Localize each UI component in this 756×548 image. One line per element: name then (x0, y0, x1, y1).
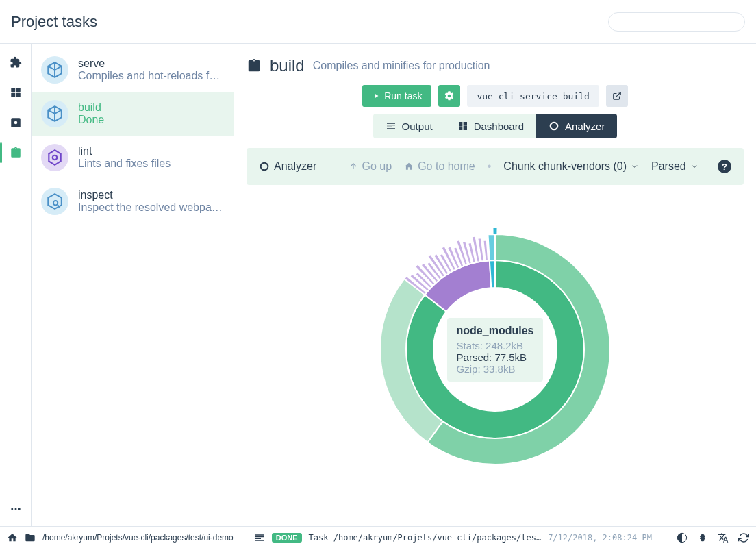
tab-dashboard-label: Dashboard (474, 121, 524, 132)
task-name: inspect (78, 189, 224, 201)
analyzer-chart[interactable]: node_modules Stats: 248.2kB Parsed: 77.5… (247, 185, 744, 514)
view-tabs: Output Dashboard Analyzer (373, 114, 618, 138)
translate-icon[interactable] (718, 532, 729, 543)
svg-rect-18 (463, 125, 466, 130)
footer-time: 7/12/2018, 2:08:24 PM (548, 533, 652, 543)
svg-point-9 (14, 508, 16, 510)
help-button[interactable]: ? (718, 160, 731, 173)
svg-marker-11 (49, 150, 60, 165)
run-task-label: Run task (384, 90, 422, 101)
status-bar: /home/akryum/Projets/vue-cli/packages/te… (0, 526, 756, 548)
rail-more-icon[interactable] (8, 501, 23, 516)
tab-analyzer-label: Analyzer (565, 121, 605, 132)
clipboard-icon (247, 58, 262, 73)
sidebar-rail (0, 44, 32, 526)
tooltip-parsed: Parsed: 77.5kB (457, 351, 534, 363)
open-external-button[interactable] (606, 85, 628, 107)
svg-rect-2 (11, 88, 15, 92)
refresh-icon[interactable] (738, 532, 749, 543)
analyzer-toolbar: Analyzer Go up Go to home • Chunk chunk-… (247, 148, 744, 185)
main-panel: build Compiles and minifies for producti… (234, 44, 756, 526)
chunk-selector[interactable]: Chunk chunk-vendors (0) (503, 160, 639, 173)
bug-icon[interactable] (697, 532, 708, 543)
task-settings-button[interactable] (438, 85, 460, 107)
task-icon (41, 100, 68, 127)
svg-rect-5 (16, 93, 20, 97)
task-desc: Inspect the resolved webpac… (78, 201, 224, 214)
tooltip-stats: Stats: 248.2kB (457, 340, 534, 351)
home-icon[interactable] (7, 532, 18, 543)
chevron-down-icon (631, 162, 639, 171)
task-name: serve (78, 58, 224, 70)
svg-point-13 (53, 201, 58, 206)
task-name: build (78, 101, 104, 114)
tab-output[interactable]: Output (373, 114, 445, 138)
svg-line-15 (616, 92, 620, 97)
svg-point-20 (551, 123, 558, 130)
svg-rect-16 (459, 122, 462, 127)
tab-dashboard[interactable]: Dashboard (445, 114, 536, 138)
task-icon (41, 144, 68, 171)
task-subtitle: Compiles and minifies for production (313, 60, 490, 72)
run-task-button[interactable]: Run task (362, 85, 431, 107)
svg-rect-17 (463, 122, 466, 125)
task-list: serve Compiles and hot-reloads fo… build… (32, 44, 234, 526)
search-input[interactable] (608, 12, 745, 32)
mode-selector[interactable]: Parsed (651, 160, 698, 173)
task-icon (41, 56, 68, 84)
go-up-button[interactable]: Go up (349, 160, 392, 173)
task-command[interactable]: vue-cli-service build (467, 85, 598, 107)
task-item-lint[interactable]: lint Lints and fixes files (32, 136, 234, 179)
tab-analyzer[interactable]: Analyzer (536, 114, 617, 138)
log-icon[interactable] (254, 532, 265, 543)
tab-output-label: Output (402, 121, 433, 132)
svg-rect-3 (16, 88, 20, 92)
chunk-label: Chunk chunk-vendors (0) (503, 160, 627, 173)
go-home-label: Go to home (418, 160, 475, 173)
header: Project tasks (0, 0, 756, 44)
separator: • (488, 160, 492, 173)
task-icon (41, 188, 68, 215)
footer-path[interactable]: /home/akryum/Projets/vue-cli/packages/te… (42, 533, 234, 543)
svg-point-12 (53, 155, 58, 160)
chevron-down-icon (690, 162, 698, 171)
donut-icon (259, 161, 270, 172)
task-desc: Lints and fixes files (78, 158, 171, 170)
folder-icon[interactable] (25, 532, 36, 543)
task-item-build[interactable]: build Done (32, 92, 234, 136)
footer-task: Task /home/akryum/Projets/vue-cli/packag… (309, 533, 542, 543)
page-title: Project tasks (11, 13, 97, 31)
tooltip-gzip: Gzip: 33.8kB (457, 363, 534, 375)
rail-tasks-icon[interactable] (8, 145, 23, 160)
go-up-label: Go up (362, 160, 392, 173)
go-home-button[interactable]: Go to home (404, 160, 475, 173)
theme-icon[interactable] (677, 532, 688, 543)
svg-point-7 (14, 121, 17, 125)
status-badge: DONE (272, 533, 302, 543)
task-name: lint (78, 145, 171, 158)
svg-point-8 (11, 508, 13, 510)
svg-point-10 (18, 508, 20, 510)
rail-plugins-icon[interactable] (8, 55, 23, 70)
svg-rect-4 (11, 93, 15, 97)
svg-rect-19 (459, 127, 462, 130)
rail-config-icon[interactable] (8, 115, 23, 130)
analyzer-title: Analyzer (274, 160, 316, 173)
task-item-serve[interactable]: serve Compiles and hot-reloads fo… (32, 48, 234, 92)
mode-label: Parsed (651, 160, 686, 173)
task-item-inspect[interactable]: inspect Inspect the resolved webpac… (32, 179, 234, 223)
task-title: build (270, 56, 305, 75)
svg-point-21 (261, 163, 268, 171)
tooltip-title: node_modules (457, 325, 534, 337)
rail-dependencies-icon[interactable] (8, 85, 23, 100)
task-desc: Done (78, 114, 104, 126)
chart-tooltip: node_modules Stats: 248.2kB Parsed: 77.5… (447, 318, 544, 382)
task-desc: Compiles and hot-reloads fo… (78, 70, 224, 82)
